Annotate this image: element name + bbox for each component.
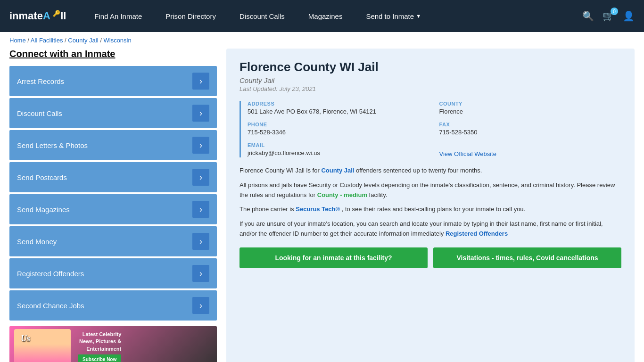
address-block: ADDRESS 501 Lake Ave PO Box 678, Florenc… <box>248 101 430 115</box>
arrow-icon: › <box>192 137 209 154</box>
main-nav: Find An Inmate Prison Directory Discount… <box>85 8 582 24</box>
visitations-button[interactable]: Visitations - times, rules, Covid cancel… <box>433 247 621 268</box>
desc3: The phone carrier is Securus Tech® , to … <box>239 205 621 214</box>
fax-label: FAX <box>439 122 622 127</box>
user-icon[interactable]: 👤 <box>623 10 635 22</box>
search-icon[interactable]: 🔍 <box>582 10 594 22</box>
county-medium-link[interactable]: County - medium <box>317 191 369 198</box>
arrow-icon: › <box>192 297 209 314</box>
arrow-icon: › <box>192 169 209 186</box>
county-block: COUNTY Florence <box>439 101 622 115</box>
sidebar-item-send-magazines[interactable]: Send Magazines › <box>9 194 217 224</box>
email-block: EMAIL jrickaby@co.florence.wi.us <box>248 142 430 157</box>
sidebar: Connect with an Inmate Arrest Records › … <box>9 49 217 362</box>
website-block: View Official Website <box>439 142 622 157</box>
sidebar-item-send-money[interactable]: Send Money › <box>9 226 217 256</box>
ad-text: Latest Celebrity News, Pictures & Entert… <box>78 331 125 362</box>
sidebar-item-send-postcards[interactable]: Send Postcards › <box>9 162 217 192</box>
fax-value: 715-528-5350 <box>439 129 622 136</box>
main-content: Connect with an Inmate Arrest Records › … <box>0 49 644 362</box>
arrow-icon: › <box>192 201 209 218</box>
ad-banner[interactable]: Us Latest Celebrity News, Pictures & Ent… <box>9 326 217 362</box>
nav-discount-calls[interactable]: Discount Calls <box>230 8 294 24</box>
county-label: COUNTY <box>439 101 622 107</box>
facility-name: Florence County WI Jail <box>239 60 621 74</box>
phone-value: 715-528-3346 <box>248 129 430 136</box>
info-grid: ADDRESS 501 Lake Ave PO Box 678, Florenc… <box>248 101 621 157</box>
breadcrumb-all-facilities[interactable]: All Facilities <box>31 37 63 44</box>
cart-icon[interactable]: 🛒 0 <box>603 10 614 22</box>
email-value: jrickaby@co.florence.wi.us <box>248 149 430 156</box>
info-section: ADDRESS 501 Lake Ave PO Box 678, Florenc… <box>239 101 621 157</box>
phone-block: PHONE 715-528-3346 <box>248 122 430 136</box>
website-link[interactable]: View Official Website <box>439 150 496 157</box>
facility-last-updated: Last Updated: July 23, 2021 <box>239 85 621 92</box>
header-icons: 🔍 🛒 0 👤 <box>582 10 635 22</box>
breadcrumb-county-jail[interactable]: County Jail <box>68 37 98 44</box>
action-buttons: Looking for an inmate at this facility? … <box>239 247 621 268</box>
address-value: 501 Lake Ave PO Box 678, Florence, WI 54… <box>248 108 430 115</box>
arrow-icon: › <box>192 265 209 282</box>
desc1: Florence County WI Jail is for County Ja… <box>239 166 621 176</box>
sidebar-item-registered-offenders[interactable]: Registered Offenders › <box>9 258 217 288</box>
registered-offenders-link[interactable]: Registered Offenders <box>446 230 508 237</box>
ad-image: Us <box>14 329 71 362</box>
chevron-down-icon: ▼ <box>416 13 421 19</box>
arrow-icon: › <box>192 233 209 250</box>
sidebar-item-discount-calls[interactable]: Discount Calls › <box>9 98 217 128</box>
logo-text: inmateA 🔑ll <box>9 10 66 22</box>
email-label: EMAIL <box>248 142 430 148</box>
facility-type: County Jail <box>239 76 621 84</box>
logo[interactable]: inmateA 🔑ll <box>9 10 66 22</box>
sidebar-item-second-chance-jobs[interactable]: Second Chance Jobs › <box>9 290 217 321</box>
nav-send-to-inmate[interactable]: Send to Inmate ▼ <box>356 8 430 24</box>
county-jail-link[interactable]: County Jail <box>321 167 356 174</box>
breadcrumb: Home / All Facilities / County Jail / Wi… <box>0 32 644 49</box>
nav-find-inmate[interactable]: Find An Inmate <box>85 8 151 24</box>
header: inmateA 🔑ll Find An Inmate Prison Direct… <box>0 0 644 32</box>
find-inmate-button[interactable]: Looking for an inmate at this facility? <box>239 247 428 268</box>
cart-badge: 0 <box>611 8 618 15</box>
ad-content: Latest Celebrity News, Pictures & Entert… <box>78 331 125 362</box>
nav-prison-directory[interactable]: Prison Directory <box>156 8 225 24</box>
desc2: All prisons and jails have Security or C… <box>239 181 621 200</box>
county-value: Florence <box>439 108 622 115</box>
nav-magazines[interactable]: Magazines <box>299 8 352 24</box>
ad-logo-text: Us <box>21 334 30 344</box>
facility-card: Florence County WI Jail County Jail Last… <box>226 49 635 362</box>
desc4: If you are unsure of your inmate's locat… <box>239 219 621 239</box>
ad-subscribe-button[interactable]: Subscribe Now <box>78 354 121 362</box>
breadcrumb-home[interactable]: Home <box>9 37 26 44</box>
arrow-icon: › <box>192 105 209 122</box>
address-label: ADDRESS <box>248 101 430 107</box>
securus-link[interactable]: Securus Tech® <box>296 206 341 213</box>
arrow-icon: › <box>192 73 209 90</box>
phone-label: PHONE <box>248 122 430 127</box>
sidebar-item-send-letters[interactable]: Send Letters & Photos › <box>9 130 217 160</box>
breadcrumb-wisconsin[interactable]: Wisconsin <box>103 37 131 44</box>
fax-block: FAX 715-528-5350 <box>439 122 622 136</box>
sidebar-menu: Arrest Records › Discount Calls › Send L… <box>9 66 217 321</box>
sidebar-title: Connect with an Inmate <box>9 49 217 59</box>
sidebar-item-arrest-records[interactable]: Arrest Records › <box>9 66 217 96</box>
